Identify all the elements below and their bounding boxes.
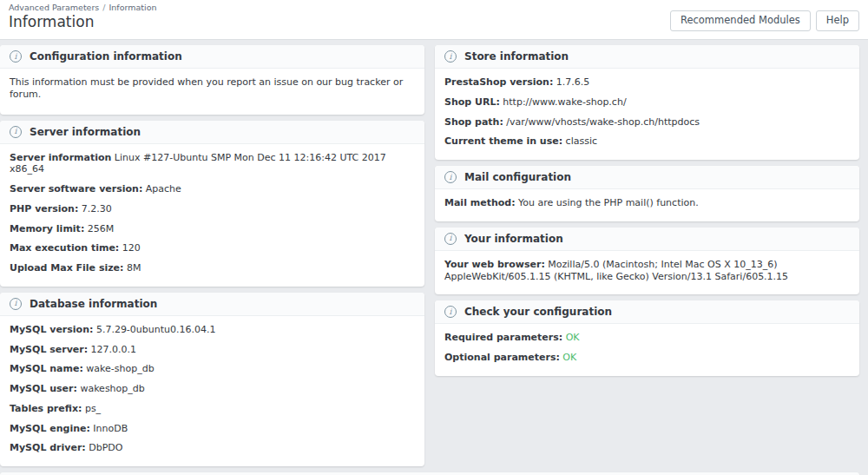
panel-body: PrestaShop version: 1.7.6.5Shop URL: htt… — [435, 69, 859, 160]
panel-configuration-information: i Configuration information This informa… — [0, 45, 424, 115]
info-label: Tables prefix: — [10, 403, 82, 414]
info-row: MySQL engine: InnoDB — [10, 423, 415, 435]
info-value: 1.7.6.5 — [553, 76, 589, 88]
info-label: Shop path: — [444, 116, 503, 128]
info-value: DbPDO — [86, 442, 123, 453]
panel-title: Database information — [30, 298, 157, 310]
panel-title: Check your configuration — [464, 306, 612, 318]
info-value: OK — [562, 332, 579, 343]
info-circle-icon: i — [444, 171, 457, 183]
panel-title: Server information — [30, 126, 141, 138]
panel-body: Your web browser: Mozilla/5.0 (Macintosh… — [435, 251, 859, 295]
info-value: 8M — [123, 262, 141, 274]
page-title: Information — [9, 13, 94, 30]
info-label: Mail method: — [444, 197, 516, 208]
info-value: 120 — [119, 242, 141, 254]
info-row: Optional parameters: OK — [444, 352, 850, 364]
info-value: 127.0.0.1 — [88, 344, 136, 355]
panel-database-information: i Database information MySQL version: 5.… — [0, 293, 424, 466]
panel-title: Store information — [464, 50, 569, 63]
info-value: /var/www/vhosts/wake-shop.ch/httpdocs — [503, 116, 700, 128]
panel-store-information: i Store information PrestaShop version: … — [435, 45, 859, 160]
breadcrumb-separator: / — [102, 3, 105, 12]
info-row: Current theme in use: classic — [444, 135, 850, 148]
right-column: i Store information PrestaShop version: … — [435, 45, 859, 472]
panel-title: Configuration information — [30, 50, 182, 63]
main-content: i Configuration information This informa… — [0, 40, 868, 475]
info-value: classic — [562, 135, 597, 147]
info-row: Upload Max File size: 8M — [10, 262, 415, 274]
panel-check-your-configuration: i Check your configuration Required para… — [435, 300, 859, 376]
panel-header: i Check your configuration — [435, 300, 859, 324]
info-row: Memory limit: 256M — [10, 223, 415, 235]
info-circle-icon: i — [10, 126, 22, 138]
help-button[interactable]: Help — [816, 10, 859, 31]
topbar-buttons: Recommended Modules Help — [670, 10, 859, 31]
info-value: 5.7.29-0ubuntu0.16.04.1 — [93, 324, 215, 335]
info-row: Shop path: /var/www/vhosts/wake-shop.ch/… — [444, 116, 850, 129]
info-label: Max execution time: — [10, 242, 119, 254]
breadcrumb: Advanced Parameters/Information — [9, 3, 157, 12]
info-row: Required parameters: OK — [444, 332, 850, 344]
recommended-modules-button[interactable]: Recommended Modules — [670, 10, 811, 31]
info-circle-icon: i — [444, 233, 457, 245]
info-label: Optional parameters: — [444, 352, 560, 363]
info-row: Server software version: Apache — [10, 183, 415, 195]
info-row: MySQL version: 5.7.29-0ubuntu0.16.04.1 — [10, 324, 415, 336]
info-label: MySQL driver: — [10, 442, 86, 453]
info-row: MySQL name: wake-shop_db — [10, 363, 415, 375]
panel-title: Mail configuration — [464, 171, 571, 183]
info-label: PHP version: — [10, 203, 78, 214]
info-row: MySQL driver: DbPDO — [10, 442, 415, 454]
panel-mail-configuration: i Mail configuration Mail method: You ar… — [435, 166, 859, 221]
panel-body: MySQL version: 5.7.29-0ubuntu0.16.04.1My… — [0, 316, 424, 466]
breadcrumb-current: Information — [109, 3, 157, 12]
info-label: Your web browser: — [444, 259, 545, 270]
topbar: Advanced Parameters/Information Informat… — [0, 0, 868, 40]
info-row: Max execution time: 120 — [10, 242, 415, 254]
info-row: Server information Linux #127-Ubuntu SMP… — [10, 152, 415, 176]
panel-your-information: i Your information Your web browser: Moz… — [435, 228, 859, 295]
info-row: PHP version: 7.2.30 — [10, 203, 415, 215]
info-label: MySQL name: — [10, 363, 83, 374]
info-value: Apache — [142, 183, 181, 195]
info-label: Server software version: — [10, 183, 142, 195]
info-row: Tables prefix: ps_ — [10, 403, 415, 415]
info-circle-icon: i — [444, 306, 457, 318]
panel-server-information: i Server information Server information … — [0, 121, 424, 287]
info-value: OK — [560, 352, 576, 363]
info-value: ps_ — [82, 403, 101, 414]
info-label: MySQL user: — [10, 383, 77, 394]
info-label: Server information — [10, 152, 111, 163]
info-circle-icon: i — [10, 298, 22, 310]
info-value: InnoDB — [90, 423, 128, 434]
info-label: Memory limit: — [10, 223, 84, 234]
info-label: Required parameters: — [444, 332, 562, 343]
info-row: Shop URL: http://www.wake-shop.ch/ — [444, 96, 850, 109]
panel-body: This information must be provided when y… — [0, 69, 424, 115]
info-circle-icon: i — [444, 50, 457, 63]
info-value: 7.2.30 — [78, 203, 111, 214]
info-row: Your web browser: Mozilla/5.0 (Macintosh… — [444, 259, 850, 283]
info-label: MySQL engine: — [10, 423, 90, 434]
panel-header: i Database information — [0, 293, 424, 316]
panel-header: i Mail configuration — [435, 166, 859, 189]
panel-header: i Store information — [435, 45, 859, 69]
configuration-note: This information must be provided when y… — [10, 76, 415, 102]
info-label: MySQL version: — [10, 324, 93, 335]
info-label: Shop URL: — [444, 96, 500, 108]
panel-header: i Configuration information — [0, 45, 424, 69]
panel-body: Server information Linux #127-Ubuntu SMP… — [0, 144, 424, 287]
info-value: You are using the PHP mail() function. — [516, 197, 699, 208]
breadcrumb-parent-link[interactable]: Advanced Parameters — [9, 3, 99, 12]
info-value: wake-shop_db — [83, 363, 155, 374]
info-circle-icon: i — [10, 50, 22, 63]
info-value: 256M — [84, 223, 114, 234]
panel-header: i Your information — [435, 228, 859, 251]
panel-body: Required parameters: OKOptional paramete… — [435, 324, 859, 376]
info-label: PrestaShop version: — [444, 76, 553, 88]
panel-header: i Server information — [0, 121, 424, 144]
info-label: Current theme in use: — [444, 135, 562, 147]
info-label: MySQL server: — [10, 344, 88, 355]
panel-title: Your information — [464, 233, 563, 245]
